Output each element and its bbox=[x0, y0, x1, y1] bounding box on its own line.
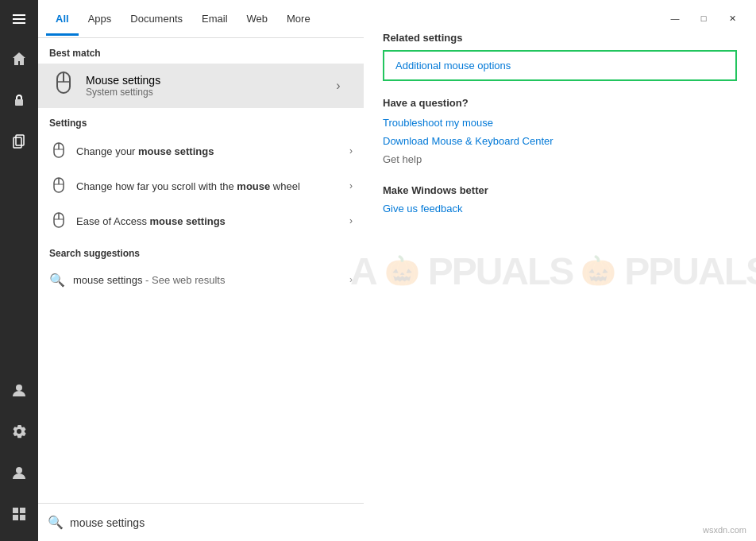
best-match-text: Mouse settings System settings bbox=[86, 74, 324, 98]
settings-item-arrow-1: › bbox=[349, 145, 353, 157]
svg-rect-3 bbox=[15, 99, 23, 106]
mouse-icon-3 bbox=[49, 211, 68, 230]
svg-rect-8 bbox=[13, 508, 18, 513]
svg-rect-11 bbox=[20, 515, 25, 520]
troubleshoot-link[interactable]: Troubleshoot my mouse bbox=[383, 117, 737, 129]
sidebar-avatar[interactable] bbox=[0, 371, 38, 409]
settings-item-text-3: Ease of Access mouse settings bbox=[76, 215, 349, 227]
sidebar-lock-icon[interactable] bbox=[0, 81, 38, 119]
tab-email[interactable]: Email bbox=[192, 2, 237, 36]
search-bar: 🔍 bbox=[38, 503, 364, 541]
get-help-link[interactable]: Get help bbox=[383, 153, 737, 165]
tab-all[interactable]: All bbox=[46, 2, 79, 36]
svg-rect-4 bbox=[16, 135, 24, 145]
best-match-item[interactable]: Mouse settings System settings › bbox=[38, 64, 364, 108]
sidebar-settings-icon[interactable] bbox=[0, 412, 38, 450]
settings-section-label: Settings bbox=[38, 108, 364, 133]
best-match-title: Mouse settings bbox=[86, 74, 324, 87]
mouse-settings-icon bbox=[49, 71, 78, 100]
settings-item-arrow-3: › bbox=[349, 215, 353, 226]
give-feedback-link[interactable]: Give us feedback bbox=[383, 203, 737, 214]
sidebar-copy-icon[interactable] bbox=[0, 122, 38, 160]
search-suggestion-icon: 🔍 bbox=[49, 272, 65, 288]
search-bar-icon: 🔍 bbox=[48, 515, 64, 530]
minimize-button[interactable]: — bbox=[664, 10, 686, 27]
best-match-subtitle: System settings bbox=[86, 87, 324, 98]
svg-rect-5 bbox=[14, 137, 21, 148]
mouse-icon-1 bbox=[49, 141, 68, 160]
settings-item-text-2: Change how far you scroll with the mouse… bbox=[76, 180, 349, 192]
sidebar-windows-icon[interactable] bbox=[0, 495, 38, 533]
search-tabs: All Apps Documents Email Web More bbox=[38, 0, 364, 38]
maximize-button[interactable]: □ bbox=[692, 10, 715, 27]
settings-item-scroll[interactable]: Change how far you scroll with the mouse… bbox=[38, 168, 364, 203]
settings-item-change-mouse[interactable]: Change your mouse settings › bbox=[38, 133, 364, 168]
sidebar bbox=[0, 0, 38, 541]
watermark-url: wsxdn.com bbox=[703, 525, 746, 535]
suggestion-see-web: - See web results bbox=[142, 274, 225, 286]
svg-rect-10 bbox=[13, 515, 18, 520]
settings-item-ease-access[interactable]: Ease of Access mouse settings › bbox=[38, 203, 364, 238]
tab-web[interactable]: Web bbox=[237, 2, 278, 36]
watermark: A 🎃 PPUALS 🎃 PPUALS bbox=[350, 249, 756, 292]
suggestion-query: mouse settings bbox=[73, 274, 142, 286]
svg-point-6 bbox=[16, 384, 22, 391]
additional-mouse-options-link[interactable]: Additional mouse options bbox=[383, 50, 737, 81]
close-button[interactable]: ✕ bbox=[721, 10, 743, 27]
search-suggestions-label: Search suggestions bbox=[38, 238, 364, 264]
svg-rect-1 bbox=[13, 18, 25, 20]
svg-point-7 bbox=[16, 467, 22, 473]
best-match-label: Best match bbox=[38, 38, 364, 64]
tab-documents[interactable]: Documents bbox=[121, 2, 192, 36]
related-settings-label: Related settings bbox=[383, 32, 737, 44]
sidebar-home-icon[interactable] bbox=[0, 40, 38, 78]
window-controls: — □ ✕ bbox=[664, 10, 743, 27]
search-results-panel: All Apps Documents Email Web More Best m… bbox=[38, 0, 364, 541]
svg-rect-0 bbox=[13, 14, 25, 16]
settings-item-text-1: Change your mouse settings bbox=[76, 145, 349, 157]
tab-apps[interactable]: Apps bbox=[79, 2, 122, 36]
download-link[interactable]: Download Mouse & Keyboard Center bbox=[383, 135, 737, 147]
right-panel: — □ ✕ A 🎃 PPUALS 🎃 PPUALS Related settin… bbox=[364, 0, 756, 541]
hamburger-button[interactable] bbox=[0, 0, 38, 38]
suggestion-item-1[interactable]: 🔍 mouse settings - See web results › bbox=[38, 264, 364, 296]
have-question-label: Have a question? bbox=[383, 97, 737, 109]
search-input[interactable] bbox=[70, 516, 354, 529]
sidebar-bottom bbox=[0, 369, 38, 541]
best-match-arrow-icon: › bbox=[324, 71, 353, 100]
sidebar-user-icon[interactable] bbox=[0, 454, 38, 492]
tab-more[interactable]: More bbox=[277, 2, 320, 36]
mouse-icon-2 bbox=[49, 176, 68, 195]
make-windows-better-label: Make Windows better bbox=[383, 184, 737, 196]
suggestion-text-1: mouse settings - See web results bbox=[73, 274, 349, 286]
settings-item-arrow-2: › bbox=[349, 180, 353, 191]
suggestion-arrow-1: › bbox=[349, 274, 353, 285]
svg-rect-2 bbox=[13, 22, 25, 24]
svg-rect-9 bbox=[20, 508, 25, 513]
